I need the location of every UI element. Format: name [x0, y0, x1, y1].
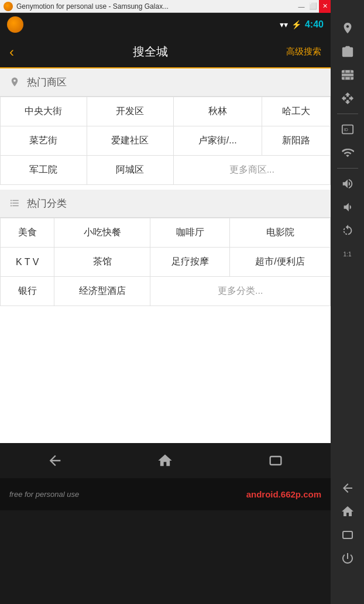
rotate-icon[interactable] [336, 220, 359, 241]
app-topbar: ‹ 搜全城 高级搜索 [0, 36, 331, 68]
list-item[interactable]: K T V [1, 248, 54, 277]
svg-rect-10 [343, 531, 352, 538]
list-item[interactable]: 咖啡厅 [150, 218, 230, 248]
android-back-icon[interactable] [336, 478, 359, 499]
svg-text:ID: ID [344, 127, 348, 132]
watermark-free-text: free for personal use [9, 490, 79, 499]
list-item[interactable]: 卢家街/... [173, 126, 262, 156]
id-icon[interactable]: ID [336, 119, 359, 140]
genymotion-sidebar: ID 1:1 [331, 0, 364, 604]
list-item[interactable]: 哈工大 [262, 97, 330, 126]
volume-up-icon[interactable] [336, 173, 359, 194]
hot-categories-header: 热门分类 [0, 190, 331, 218]
nav-home-button[interactable] [147, 449, 183, 472]
list-item[interactable]: 新阳路 [262, 126, 330, 156]
nav-back-button[interactable] [37, 449, 73, 472]
list-item[interactable]: 菜艺街 [1, 126, 87, 156]
hot-districts-header: 热门商区 [0, 68, 331, 97]
film-icon[interactable] [336, 64, 359, 85]
list-item[interactable]: 美食 [1, 218, 54, 248]
onetoone-icon[interactable]: 1:1 [336, 243, 359, 265]
status-logo [7, 16, 23, 33]
hot-districts-title: 热门商区 [27, 76, 67, 89]
window-title: Genymotion for personal use - Samsung Ga… [16, 2, 169, 11]
advanced-search-link[interactable]: 高级搜索 [286, 46, 321, 57]
wifi-status-icon: ▾▾ [280, 20, 288, 29]
watermark-bar: free for personal use android.662p.com [0, 478, 331, 510]
window-titlebar: Genymotion for personal use - Samsung Ga… [0, 0, 331, 13]
sidebar-divider-1 [337, 114, 358, 114]
nav-recents-button[interactable] [258, 449, 293, 472]
app-logo [4, 2, 13, 11]
location-icon [9, 77, 21, 88]
sidebar-nav-bottom [336, 478, 359, 569]
camera-icon[interactable] [336, 41, 359, 62]
back-button[interactable]: ‹ [9, 44, 14, 60]
maximize-button[interactable]: ⬜ [307, 0, 319, 13]
categories-grid: 美食 小吃快餐 咖啡厅 电影院 K T V 茶馆 足疗按摩 超市/便利店 银行 … [0, 218, 331, 306]
list-item[interactable]: 阿城区 [87, 156, 173, 185]
list-item[interactable]: 茶馆 [54, 248, 150, 277]
watermark-brand: android.662p.com [246, 489, 321, 499]
list-item[interactable]: 秋林 [173, 97, 262, 126]
list-item more-cell[interactable]: 更多分类... [150, 277, 331, 306]
hot-categories-title: 热门分类 [27, 197, 67, 210]
gps-icon[interactable] [336, 18, 359, 39]
list-item[interactable]: 军工院 [1, 156, 87, 185]
close-button[interactable]: ✕ [319, 0, 331, 13]
sidebar-divider-2 [337, 168, 358, 169]
list-item[interactable]: 经济型酒店 [54, 277, 150, 306]
android-recents-icon[interactable] [336, 524, 359, 545]
list-item[interactable]: 开发区 [87, 97, 173, 126]
battery-icon: ⚡ [291, 20, 301, 29]
list-icon [9, 198, 21, 210]
page-title: 搜全城 [133, 44, 168, 60]
power-icon[interactable] [336, 548, 359, 569]
device-frame: ▾▾ ⚡ 4:40 ‹ 搜全城 高级搜索 热门商区 中央大街 开发区 秋林 哈工… [0, 13, 331, 604]
wifi-icon[interactable] [336, 142, 359, 163]
districts-grid: 中央大街 开发区 秋林 哈工大 菜艺街 爱建社区 卢家街/... 新阳路 军工院… [0, 97, 331, 185]
list-item[interactable]: 爱建社区 [87, 126, 173, 156]
list-item more-cell[interactable]: 更多商区... [173, 156, 330, 185]
status-bar: ▾▾ ⚡ 4:40 [0, 13, 331, 36]
list-item[interactable]: 中央大街 [1, 97, 87, 126]
volume-down-icon[interactable] [336, 197, 359, 218]
android-nav-bar [0, 443, 331, 478]
minimize-button[interactable]: — [296, 0, 307, 13]
clock: 4:40 [305, 19, 324, 30]
list-item[interactable]: 超市/便利店 [230, 248, 331, 277]
move-icon[interactable] [336, 88, 359, 109]
svg-rect-1 [341, 70, 353, 80]
content-area: 热门商区 中央大街 开发区 秋林 哈工大 菜艺街 爱建社区 卢家街/... 新阳… [0, 68, 331, 443]
android-home-icon[interactable] [336, 501, 359, 522]
list-item[interactable]: 银行 [1, 277, 54, 306]
svg-rect-11 [270, 457, 281, 465]
list-item[interactable]: 小吃快餐 [54, 218, 150, 248]
list-item[interactable]: 电影院 [230, 218, 331, 248]
list-item[interactable]: 足疗按摩 [150, 248, 230, 277]
